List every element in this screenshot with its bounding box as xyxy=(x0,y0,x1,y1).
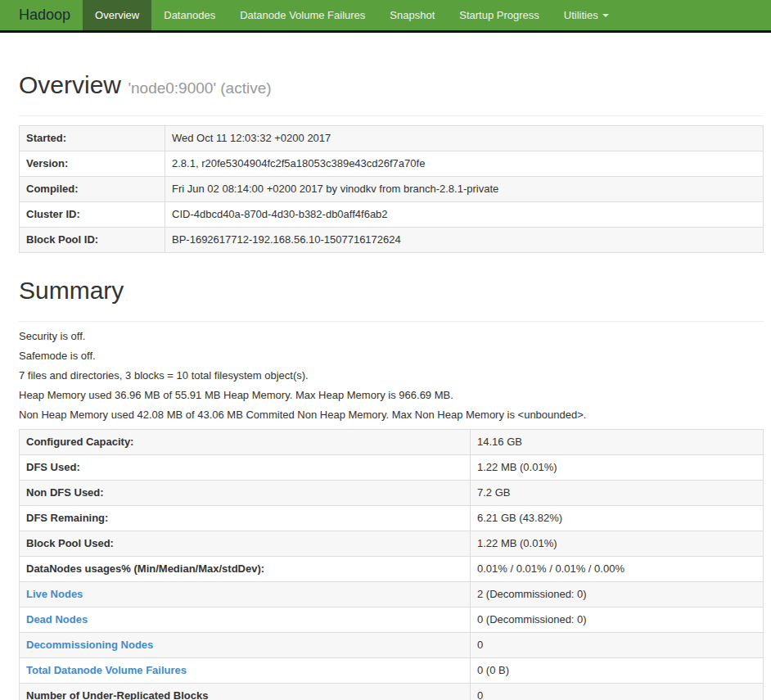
nav-item-label: Snapshot xyxy=(390,9,435,21)
nav-item-label: Datanode Volume Failures xyxy=(240,9,365,21)
row-label: DFS Used: xyxy=(20,455,471,481)
row-label: Non DFS Used: xyxy=(20,481,471,506)
navbar: Hadoop OverviewDatanodesDatanode Volume … xyxy=(0,0,771,33)
nav-item-datanodes[interactable]: Datanodes xyxy=(151,0,228,30)
divider xyxy=(19,115,764,116)
row-cluster-id: Cluster ID:CID-4dbcd40a-870d-4d30-b382-d… xyxy=(20,202,764,228)
row-started: Started:Wed Oct 11 12:03:32 +0200 2017 xyxy=(20,126,764,151)
row-value: 1.22 MB (0.01%) xyxy=(471,531,764,557)
row-value: CID-4dbcd40a-870d-4d30-b382-db0aff4f6ab2 xyxy=(165,202,764,228)
row-value: 2.8.1, r20fe5304904fc2f5a18053c389e43cd2… xyxy=(165,151,764,177)
row-configured-capacity: Configured Capacity:14.16 GB xyxy=(20,430,764,455)
summary-paragraph: Security is off. xyxy=(19,331,764,342)
page-content: Overview 'node0:9000' (active) Started:W… xyxy=(0,71,771,700)
row-dead-nodes: Dead Nodes0 (Decommissioned: 0) xyxy=(20,607,764,633)
row-link[interactable]: Live Nodes xyxy=(26,588,83,600)
row-live-nodes: Live Nodes2 (Decommissioned: 0) xyxy=(20,582,764,607)
row-label: Number of Under-Replicated Blocks xyxy=(20,684,471,700)
row-label-cell: Total Datanode Volume Failures xyxy=(20,658,471,684)
summary-table: Configured Capacity:14.16 GBDFS Used:1.2… xyxy=(19,429,764,700)
row-value: 2 (Decommissioned: 0) xyxy=(471,582,764,607)
row-block-pool-used: Block Pool Used:1.22 MB (0.01%) xyxy=(20,531,764,557)
row-value: BP-1692617712-192.168.56.10-150771617262… xyxy=(165,228,764,253)
row-value: Fri Jun 02 08:14:00 +0200 2017 by vinodk… xyxy=(165,177,764,202)
row-value: 0 (Decommissioned: 0) xyxy=(471,607,764,633)
overview-table: Started:Wed Oct 11 12:03:32 +0200 2017Ve… xyxy=(19,125,764,253)
nav-item-overview[interactable]: Overview xyxy=(83,0,151,30)
nav-item-label: Utilities xyxy=(564,9,598,21)
row-compiled: Compiled:Fri Jun 02 08:14:00 +0200 2017 … xyxy=(20,177,764,202)
summary-paragraph: Non Heap Memory used 42.08 MB of 43.06 M… xyxy=(19,409,764,421)
row-value: 0 xyxy=(471,684,764,700)
divider xyxy=(19,321,764,322)
row-value: 6.21 GB (43.82%) xyxy=(471,506,764,531)
row-block-pool-id: Block Pool ID:BP-1692617712-192.168.56.1… xyxy=(20,228,764,253)
row-label-cell: Decommissioning Nodes xyxy=(20,633,471,658)
row-label-cell: Dead Nodes xyxy=(20,607,471,633)
summary-paragraph: Heap Memory used 36.96 MB of 55.91 MB He… xyxy=(19,390,764,401)
row-number-of-under-replicated-blocks: Number of Under-Replicated Blocks0 xyxy=(20,684,764,700)
row-label: DataNodes usages% (Min/Median/Max/stdDev… xyxy=(20,557,471,582)
page-title-text: Overview xyxy=(19,71,121,98)
summary-paragraphs: Security is off.Safemode is off.7 files … xyxy=(19,331,764,421)
caret-down-icon xyxy=(602,14,609,17)
row-label-cell: Live Nodes xyxy=(20,582,471,607)
row-dfs-used: DFS Used:1.22 MB (0.01%) xyxy=(20,455,764,481)
row-label: Block Pool ID: xyxy=(20,228,165,253)
row-total-datanode-volume-failures: Total Datanode Volume Failures0 (0 B) xyxy=(20,658,764,684)
nav-item-snapshot[interactable]: Snapshot xyxy=(377,0,447,30)
row-label: Started: xyxy=(20,126,165,151)
nav-item-label: Datanodes xyxy=(164,9,215,21)
row-label: Block Pool Used: xyxy=(20,531,471,557)
row-label: DFS Remaining: xyxy=(20,506,471,531)
summary-title: Summary xyxy=(19,277,764,304)
row-value: 1.22 MB (0.01%) xyxy=(471,455,764,481)
row-decommissioning-nodes: Decommissioning Nodes0 xyxy=(20,633,764,658)
nav-items: OverviewDatanodesDatanode Volume Failure… xyxy=(83,0,621,30)
row-value: 0 xyxy=(471,633,764,658)
row-dfs-remaining: DFS Remaining:6.21 GB (43.82%) xyxy=(20,506,764,531)
row-label: Configured Capacity: xyxy=(20,430,471,455)
row-value: 14.16 GB xyxy=(471,430,764,455)
row-value: 0 (0 B) xyxy=(471,658,764,684)
nav-item-label: Startup Progress xyxy=(459,9,539,21)
nav-item-label: Overview xyxy=(95,9,139,21)
nav-item-datanode-volume-failures[interactable]: Datanode Volume Failures xyxy=(228,0,377,30)
summary-paragraph: Safemode is off. xyxy=(19,350,764,362)
row-link[interactable]: Decommissioning Nodes xyxy=(26,639,153,651)
row-value: 0.01% / 0.01% / 0.01% / 0.00% xyxy=(471,557,764,582)
row-version: Version:2.8.1, r20fe5304904fc2f5a18053c3… xyxy=(20,151,764,177)
page-title: Overview 'node0:9000' (active) xyxy=(19,71,764,98)
row-link[interactable]: Total Datanode Volume Failures xyxy=(26,664,187,676)
row-value: 7.2 GB xyxy=(471,481,764,506)
summary-table-wrap: Configured Capacity:14.16 GBDFS Used:1.2… xyxy=(19,429,764,700)
row-label: Version: xyxy=(20,151,165,177)
row-datanodes-usages-min-median-max-stddev: DataNodes usages% (Min/Median/Max/stdDev… xyxy=(20,557,764,582)
row-non-dfs-used: Non DFS Used:7.2 GB xyxy=(20,481,764,506)
nav-item-utilities[interactable]: Utilities xyxy=(552,0,621,30)
row-link[interactable]: Dead Nodes xyxy=(26,613,88,625)
brand-hadoop[interactable]: Hadoop xyxy=(7,0,83,30)
row-label: Cluster ID: xyxy=(20,202,165,228)
nav-item-startup-progress[interactable]: Startup Progress xyxy=(447,0,552,30)
summary-paragraph: 7 files and directories, 3 blocks = 10 t… xyxy=(19,370,764,382)
row-label: Compiled: xyxy=(20,177,165,202)
row-value: Wed Oct 11 12:03:32 +0200 2017 xyxy=(165,126,764,151)
page-subtitle: 'node0:9000' (active) xyxy=(128,79,271,97)
